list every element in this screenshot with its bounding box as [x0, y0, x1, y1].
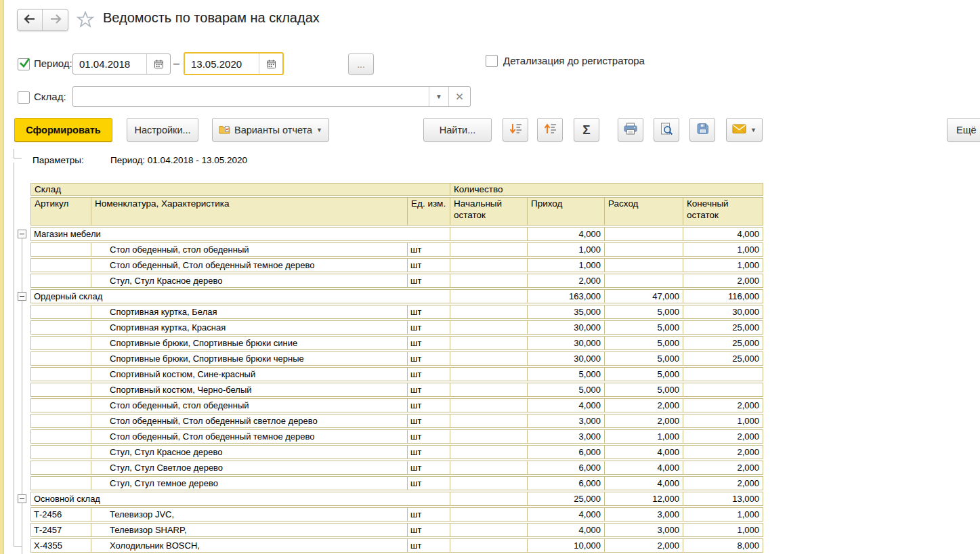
page-title: Ведомость по товарам на складах [103, 10, 320, 26]
period-to-field[interactable]: 13.05.2020 [184, 52, 284, 75]
cell-unit: шт [408, 476, 450, 490]
cell-unit: шт [408, 445, 450, 459]
period-from-field[interactable]: 01.04.2018 [72, 54, 171, 74]
table-row: Стол обеденный, стол обеденныйшт4,0002,0… [30, 398, 763, 412]
cell-unit: шт [408, 398, 450, 412]
cell-closing-balance: 30,000 [683, 305, 763, 319]
table-row: Стол обеденный, стол обеденныйшт1,0001,0… [30, 242, 763, 257]
form-left-accent [0, 0, 4, 554]
report-variants-button[interactable]: Варианты отчета ▼ [212, 118, 329, 142]
print-button[interactable] [618, 118, 643, 142]
cell-unit: шт [408, 305, 450, 319]
period-checkbox[interactable] [18, 58, 30, 70]
collapse-group-button[interactable] [18, 494, 26, 503]
group-total-begin [450, 492, 528, 506]
table-row: Спортивный костюм, Сине-красныйшт5,0005,… [30, 367, 763, 381]
sort-ascending-button[interactable] [537, 118, 563, 142]
clear-icon[interactable]: ✕ [448, 87, 470, 106]
cell-opening-balance [450, 429, 528, 444]
cell-closing-balance: 8,000 [683, 538, 763, 553]
cell-articul: Т-2456 [30, 507, 91, 521]
table-row: Спортивные брюки, Спортивные брюки синие… [30, 336, 763, 350]
cell-opening-balance [450, 538, 528, 553]
cell-closing-balance: 25,000 [683, 351, 763, 366]
cell-opening-balance [450, 305, 528, 319]
cell-closing-balance: 2,000 [683, 429, 763, 444]
mail-button[interactable]: ▼ [726, 118, 763, 142]
cell-expense: 3,000 [605, 523, 683, 537]
cell-income: 4,000 [528, 507, 605, 521]
collapse-group-button[interactable] [18, 292, 26, 301]
more-button[interactable]: Ещё [947, 118, 980, 142]
collapse-group-button[interactable] [18, 230, 26, 238]
group-row: Магазин мебели4,0004,000 [30, 227, 763, 241]
printer-icon [624, 123, 637, 137]
cell-income: 2,000 [528, 274, 605, 288]
favorite-star-icon[interactable] [76, 10, 95, 29]
cell-income: 1,000 [528, 258, 605, 272]
calendar-icon[interactable] [146, 54, 170, 74]
calendar-icon[interactable] [259, 54, 282, 74]
table-header-row-columns: Артикул Номенклатура, Характеристика Ед.… [30, 197, 763, 226]
cell-closing-balance [683, 383, 763, 397]
chevron-down-icon[interactable]: ▼ [429, 87, 448, 106]
parameters-label: Параметры: [33, 155, 84, 165]
settings-button[interactable]: Настройки... [127, 118, 198, 142]
back-button[interactable] [18, 9, 43, 30]
cell-expense: 5,000 [605, 383, 683, 397]
cell-unit: шт [408, 258, 450, 272]
cell-opening-balance [450, 258, 528, 272]
cell-articul [30, 383, 91, 397]
cell-expense: 5,000 [605, 305, 683, 319]
report-variants-label: Варианты отчета [234, 125, 312, 135]
sort-descending-button[interactable] [503, 118, 528, 142]
cell-expense: 1,000 [605, 429, 683, 444]
header-unit: Ед. изм. [408, 197, 450, 226]
sigma-icon: Σ [582, 123, 590, 137]
cell-articul [30, 320, 91, 335]
cell-unit: шт [408, 414, 450, 428]
cell-opening-balance [450, 398, 528, 412]
cell-articul: Т-2457 [30, 523, 91, 537]
table-row: Спортивная куртка, Белаяшт35,0005,00030,… [30, 305, 763, 319]
sum-button[interactable]: Σ [574, 118, 599, 142]
cell-nomenclature: Стол обеденный, стол обеденный [91, 242, 408, 257]
report-table: Склад Количество Артикул Номенклатура, Х… [30, 182, 763, 554]
period-from-value[interactable]: 01.04.2018 [73, 54, 146, 74]
cell-opening-balance [450, 476, 528, 490]
period-more-button[interactable]: ... [348, 54, 374, 74]
warehouse-label: Склад: [34, 91, 66, 102]
group-tree-line [14, 163, 14, 546]
find-button[interactable]: Найти... [423, 118, 492, 142]
generate-button[interactable]: Сформировать [14, 118, 112, 142]
check-icon [18, 56, 31, 69]
print-preview-button[interactable] [654, 118, 679, 142]
warehouse-combobox[interactable]: ▼ ✕ [72, 86, 471, 107]
cell-income: 6,000 [528, 445, 605, 459]
cell-opening-balance [450, 242, 528, 257]
cell-closing-balance: 1,000 [683, 258, 763, 272]
cell-unit: шт [408, 507, 450, 521]
arrow-right-icon [49, 14, 62, 26]
forward-button[interactable] [43, 9, 68, 30]
cell-closing-balance: 1,000 [683, 414, 763, 428]
floppy-save-icon [696, 123, 709, 137]
group-tree-elbow [14, 546, 22, 547]
cell-closing-balance: 2,000 [683, 461, 763, 475]
cell-nomenclature: Стул, Стул Красное дерево [91, 274, 408, 288]
period-to-value[interactable]: 13.05.2020 [185, 54, 259, 74]
table-row: Спортивные брюки, Спортивные брюки черны… [30, 351, 763, 366]
cell-expense: 4,000 [605, 461, 683, 475]
group-name: Основной склад [30, 492, 450, 506]
header-warehouse-group: Склад [30, 183, 450, 196]
detalization-checkbox[interactable] [486, 55, 498, 67]
cell-expense: 2,000 [605, 398, 683, 412]
warehouse-value[interactable] [73, 87, 429, 106]
cell-closing-balance: 2,000 [683, 398, 763, 412]
cell-nomenclature: Спортивная куртка, Белая [91, 305, 408, 319]
cell-income: 5,000 [528, 383, 605, 397]
cell-unit: шт [408, 429, 450, 444]
save-button[interactable] [689, 118, 715, 142]
warehouse-checkbox[interactable] [18, 91, 30, 104]
cell-expense: 5,000 [605, 336, 683, 350]
